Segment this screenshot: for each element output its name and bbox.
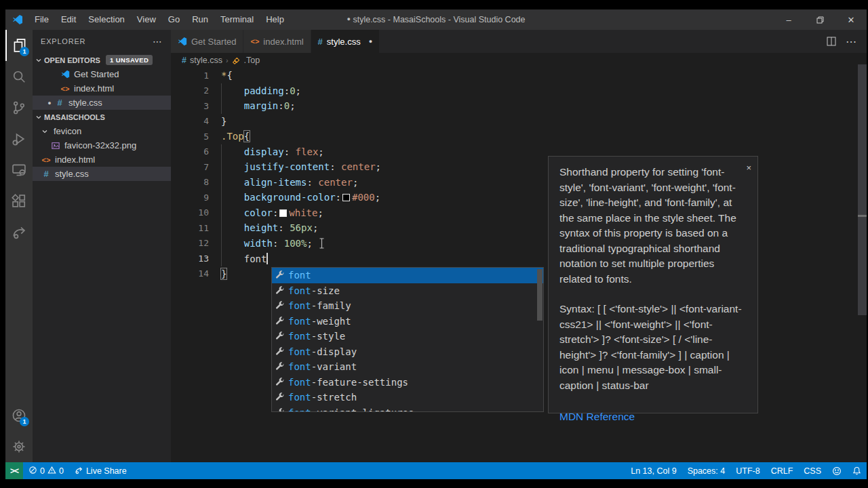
status-bar: >< 0 0 Live Share Ln 13, Col 9 Spaces: 4… <box>5 462 867 479</box>
language-mode-status[interactable]: CSS <box>798 462 827 479</box>
menu-item-edit[interactable]: Edit <box>55 9 82 30</box>
suggest-item-font-style[interactable]: font-style <box>272 329 543 344</box>
dirty-dot-icon: ● <box>369 38 372 45</box>
color-swatch[interactable] <box>342 194 350 201</box>
tree-item-favicon-png[interactable]: favicon-32x32.png <box>33 138 171 152</box>
suggest-item-font-stretch[interactable]: font-stretch <box>272 390 543 405</box>
property-wrench-icon <box>275 270 285 280</box>
tab-style-css[interactable]: # style.css ● <box>311 30 380 53</box>
tab-get-started[interactable]: Get Started <box>171 30 243 53</box>
color-swatch[interactable] <box>279 209 287 217</box>
editor-area: Get Started <> index.html # style.css ● … <box>171 30 867 462</box>
property-wrench-icon <box>275 347 285 357</box>
editor-scrollbar[interactable] <box>858 64 867 315</box>
suggest-item-font[interactable]: font <box>272 268 543 283</box>
code-text: width: 100%; <box>209 238 325 249</box>
open-editor-index-html[interactable]: <> index.html <box>33 81 171 96</box>
suggest-item-font-variant-ligatures[interactable]: font-variant-ligatures <box>272 405 543 413</box>
line-number: 8 <box>171 177 209 187</box>
suggest-scrollbar[interactable] <box>537 269 542 321</box>
code-text: *{ <box>209 70 233 81</box>
suggest-item-font-display[interactable]: font-display <box>272 344 543 360</box>
suggest-item-font-feature-settings[interactable]: font-feature-settings <box>272 375 543 390</box>
suggest-item-label: font-display <box>288 346 357 357</box>
activity-source-control-icon[interactable] <box>5 92 33 123</box>
suggest-item-font-variant[interactable]: font-variant <box>272 359 543 375</box>
cursor-position-status[interactable]: Ln 13, Col 9 <box>625 462 682 479</box>
title-dirty-indicator: ● <box>347 16 351 22</box>
code-text: display: flex; <box>209 146 324 157</box>
file-label: Get Started <box>74 69 119 79</box>
file-label: style.css <box>55 169 89 179</box>
title-text: style.css - MasaiSchools - Visual Studio… <box>353 15 525 24</box>
minimize-button[interactable]: – <box>773 9 804 30</box>
code-text: } <box>209 116 226 127</box>
suggest-item-font-size[interactable]: font-size <box>272 283 543 299</box>
indentation-status[interactable]: Spaces: 4 <box>682 462 731 479</box>
activity-run-debug-icon[interactable] <box>5 123 33 155</box>
breadcrumb-symbol[interactable]: .Top <box>244 56 260 65</box>
menu-item-go[interactable]: Go <box>162 9 186 30</box>
split-editor-icon[interactable] <box>827 37 836 46</box>
activity-extensions-icon[interactable] <box>5 186 33 217</box>
code-text: margin:0; <box>209 100 296 111</box>
open-editor-style-css[interactable]: ● # style.css <box>33 96 171 110</box>
explorer-sidebar: EXPLORER ⋯ OPEN EDITORS 1 UNSAVED Get St… <box>33 30 171 462</box>
close-button[interactable]: ✕ <box>835 9 867 30</box>
tree-item-fevicon[interactable]: fevicon <box>33 124 171 138</box>
maximize-button[interactable] <box>804 9 835 30</box>
activity-files-icon[interactable]: 1 <box>5 30 33 61</box>
close-icon[interactable]: × <box>746 161 751 176</box>
feedback-smiley-icon[interactable] <box>827 462 847 479</box>
menu-item-selection[interactable]: Selection <box>82 9 130 30</box>
suggest-item-font-family[interactable]: font-family <box>272 298 543 314</box>
notifications-bell-icon[interactable] <box>847 462 867 479</box>
vscode-file-icon <box>178 37 187 46</box>
explorer-more-actions-icon[interactable]: ⋯ <box>153 36 163 47</box>
breadcrumb-file[interactable]: style.css <box>190 56 222 65</box>
open-editors-section[interactable]: OPEN EDITORS 1 UNSAVED <box>33 53 171 67</box>
remote-indicator[interactable]: >< <box>5 462 23 479</box>
code-text: justify-content: center; <box>209 161 381 172</box>
activity-account-icon[interactable]: 1 <box>5 400 33 431</box>
tree-item-style-css[interactable]: # style.css <box>33 167 171 181</box>
live-share-label: Live Share <box>86 466 127 476</box>
activity-remote-explorer-icon[interactable] <box>5 155 33 186</box>
code-line-4[interactable]: 4} <box>171 114 858 129</box>
open-editor-get-started[interactable]: Get Started <box>33 67 171 81</box>
file-label: favicon-32x32.png <box>64 140 136 150</box>
vscode-window: FileEditSelectionViewGoRunTerminalHelp ●… <box>5 9 867 479</box>
menu-item-terminal[interactable]: Terminal <box>214 9 260 30</box>
code-line-1[interactable]: 1*{ <box>171 68 858 83</box>
menu-item-run[interactable]: Run <box>186 9 214 30</box>
menu-item-file[interactable]: File <box>28 9 55 30</box>
live-share-status[interactable]: Live Share <box>69 462 132 479</box>
unsaved-badge: 1 UNSAVED <box>106 55 153 65</box>
menu-item-help[interactable]: Help <box>260 9 290 30</box>
tab-index-html[interactable]: <> index.html <box>243 30 310 53</box>
code-text: align-items: center; <box>209 177 358 188</box>
vscode-file-icon <box>60 70 71 79</box>
code-line-3[interactable]: 3 margin:0; <box>171 98 858 114</box>
chevron-down-icon <box>35 57 42 64</box>
symbol-class-icon <box>232 56 241 65</box>
mdn-reference-link[interactable]: MDN Reference <box>559 409 747 425</box>
activity-search-icon[interactable] <box>5 61 33 92</box>
code-text: color:white; <box>209 207 323 218</box>
tree-item-index-html[interactable]: <> index.html <box>33 152 171 167</box>
editor-more-actions-icon[interactable]: ⋯ <box>846 35 857 48</box>
menu-item-view[interactable]: View <box>131 9 162 30</box>
encoding-status[interactable]: UTF-8 <box>730 462 765 479</box>
eol-status[interactable]: CRLF <box>766 462 799 479</box>
code-line-5[interactable]: 5.Top{ <box>171 129 858 144</box>
line-number: 13 <box>171 253 209 264</box>
warnings-count: 0 <box>59 466 64 476</box>
code-line-2[interactable]: 2 padding:0; <box>171 83 858 99</box>
problems-status[interactable]: 0 0 <box>23 462 69 479</box>
css-file-icon: # <box>41 169 52 179</box>
errors-count: 0 <box>40 466 45 476</box>
suggest-item-font-weight[interactable]: font-weight <box>272 314 543 329</box>
activity-live-share-icon[interactable] <box>5 217 33 248</box>
folder-section-masaischools[interactable]: MASAISCHOOLS <box>33 110 171 124</box>
activity-settings-gear-icon[interactable] <box>5 431 33 462</box>
